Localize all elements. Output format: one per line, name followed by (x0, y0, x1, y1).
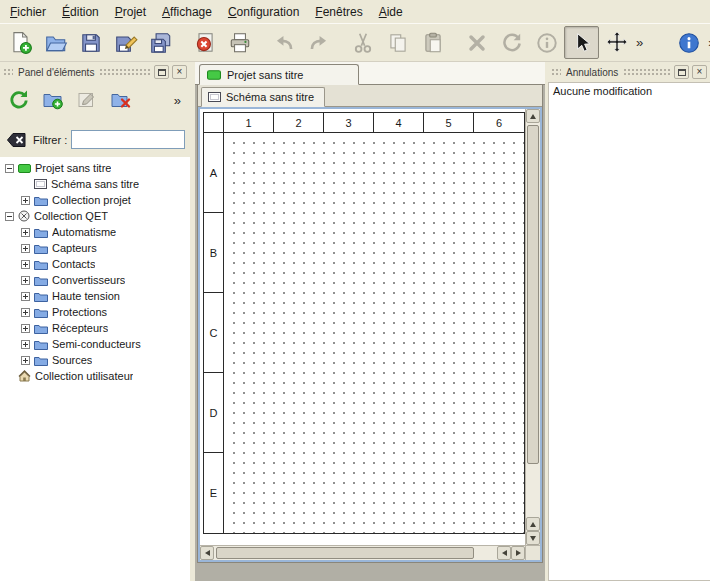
tree-item-sources[interactable]: Sources (0, 352, 190, 368)
edit-element-button[interactable] (73, 86, 101, 114)
reload-collections-button[interactable] (5, 86, 33, 114)
collapse-icon[interactable] (5, 164, 14, 173)
panel-overflow-button[interactable]: » (174, 93, 185, 108)
tree-item-collection-projet[interactable]: Collection projet (0, 192, 190, 208)
arrow-left-icon (502, 550, 507, 556)
undo-button[interactable] (266, 26, 301, 59)
tree-item-protections[interactable]: Protections (0, 304, 190, 320)
arrow-down-icon (530, 536, 536, 541)
scroll-left-button-2[interactable] (497, 546, 511, 560)
expand-icon[interactable] (21, 340, 30, 349)
vertical-scrollbar[interactable] (525, 109, 540, 545)
scroll-left-button[interactable] (200, 546, 214, 560)
schema-icon (34, 179, 47, 190)
pan-tool-button[interactable] (599, 26, 634, 59)
new-project-button[interactable] (3, 26, 38, 59)
collapse-icon[interactable] (5, 212, 14, 221)
open-project-button[interactable] (38, 26, 73, 59)
rotate-button[interactable] (494, 26, 529, 59)
expand-icon[interactable] (21, 292, 30, 301)
tree-item-haute-tension[interactable]: Haute tension (0, 288, 190, 304)
hscroll-track[interactable] (214, 546, 497, 560)
expand-icon[interactable] (21, 308, 30, 317)
tools-overflow-button[interactable]: » (634, 35, 645, 50)
project-icon (18, 163, 31, 174)
hscroll-thumb[interactable] (216, 547, 474, 559)
tree-item-contacts[interactable]: Contacts (0, 256, 190, 272)
expand-icon[interactable] (21, 276, 30, 285)
delete-element-button[interactable] (107, 86, 135, 114)
menu-edition[interactable]: Édition (54, 2, 107, 22)
toolbar-overflow-button[interactable]: » (706, 35, 710, 50)
expand-icon[interactable] (21, 244, 30, 253)
vscroll-thumb[interactable] (527, 125, 539, 464)
menu-projet[interactable]: Projet (107, 2, 154, 22)
float-panel-button[interactable] (154, 65, 169, 79)
row-label: D (204, 373, 224, 453)
filter-input[interactable] (71, 130, 185, 149)
undo-panel-titlebar[interactable]: Annulations × (548, 62, 710, 82)
undo-history-list: Aucune modification (548, 82, 710, 581)
dot-grid (225, 134, 524, 533)
tree-item-collection-qet[interactable]: Collection QET (0, 208, 190, 224)
close-undo-panel-button[interactable]: × (692, 65, 707, 79)
expand-icon[interactable] (21, 228, 30, 237)
redo-button[interactable] (301, 26, 336, 59)
menu-configuration[interactable]: Configuration (220, 2, 307, 22)
select-tool-button[interactable] (564, 26, 599, 59)
scroll-right-button[interactable] (511, 546, 525, 560)
clear-filter-button[interactable] (5, 131, 29, 149)
menu-aide[interactable]: Aide (371, 2, 411, 22)
vscroll-track[interactable] (526, 123, 540, 517)
new-element-button[interactable] (39, 86, 67, 114)
save-as-button[interactable] (108, 26, 143, 59)
paste-button[interactable] (415, 26, 450, 59)
tab-projet-sans-titre[interactable]: Projet sans titre (199, 64, 359, 85)
tree-item-automatisme[interactable]: Automatisme (0, 224, 190, 240)
scroll-up-button[interactable] (526, 109, 540, 123)
refresh-icon (8, 89, 30, 111)
tree-item-label: Capteurs (52, 242, 97, 254)
elements-panel-titlebar[interactable]: Panel d'éléments × (0, 62, 190, 82)
undo-list-item[interactable]: Aucune modification (549, 83, 710, 99)
expand-icon[interactable] (21, 260, 30, 269)
scroll-up-button-2[interactable] (526, 517, 540, 531)
filter-label: Filtrer : (33, 134, 67, 146)
expand-icon[interactable] (21, 324, 30, 333)
delete-button[interactable] (459, 26, 494, 59)
cut-button[interactable] (345, 26, 380, 59)
properties-button[interactable] (529, 26, 564, 59)
tree-item-capteurs[interactable]: Capteurs (0, 240, 190, 256)
tree-item-recepteurs[interactable]: Récepteurs (0, 320, 190, 336)
tree-item-schema[interactable]: Schéma sans titre (0, 176, 190, 192)
scroll-down-button[interactable] (526, 531, 540, 545)
about-button[interactable] (671, 26, 706, 59)
tree-item-label: Convertisseurs (52, 274, 125, 286)
save-all-button[interactable] (143, 26, 178, 59)
schema-frame: 1 2 3 4 5 6 A B C D E (198, 107, 542, 562)
tree-item-semi-conducteurs[interactable]: Semi-conducteurs (0, 336, 190, 352)
menu-fichier[interactable]: Fichier (2, 2, 54, 22)
expand-icon[interactable] (21, 196, 30, 205)
redo-icon (307, 31, 331, 55)
move-arrows-icon (605, 31, 629, 55)
dock-grip (99, 68, 151, 76)
tree-item-collection-utilisateur[interactable]: Collection utilisateur (0, 368, 190, 384)
menu-fenetres[interactable]: Fenêtres (307, 2, 370, 22)
tab-schema-sans-titre[interactable]: Schéma sans titre (201, 87, 325, 107)
copy-button[interactable] (380, 26, 415, 59)
schema-canvas[interactable]: 1 2 3 4 5 6 A B C D E (200, 109, 525, 545)
tree-item-convertisseurs[interactable]: Convertisseurs (0, 272, 190, 288)
horizontal-scrollbar[interactable] (200, 545, 525, 560)
float-undo-panel-button[interactable] (674, 65, 689, 79)
close-panel-button[interactable]: × (172, 65, 187, 79)
close-file-button[interactable] (187, 26, 222, 59)
print-button[interactable] (222, 26, 257, 59)
tree-item-project[interactable]: Projet sans titre (0, 160, 190, 176)
expand-icon[interactable] (21, 356, 30, 365)
dock-grip (623, 68, 671, 76)
dock-grip (3, 68, 13, 76)
scrollbar-corner (525, 545, 540, 560)
menu-affichage[interactable]: Affichage (154, 2, 220, 22)
save-button[interactable] (73, 26, 108, 59)
